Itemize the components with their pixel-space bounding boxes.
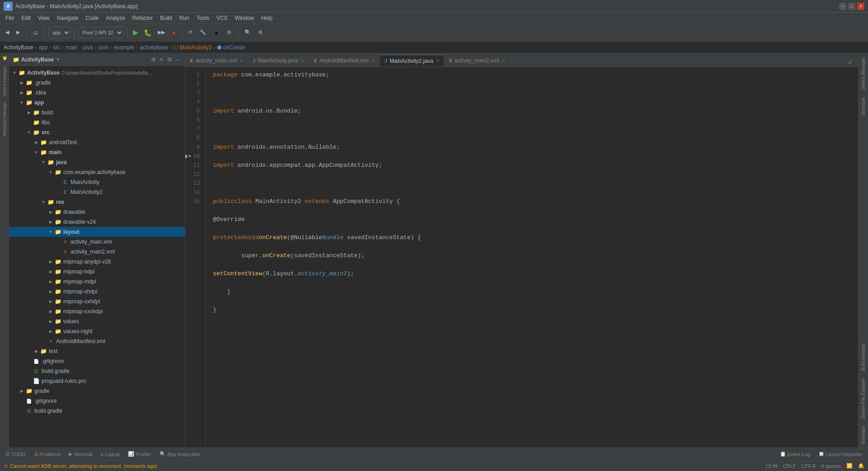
menu-edit[interactable]: Edit: [18, 14, 34, 22]
tree-mainactivity[interactable]: ▶ C MainActivity: [9, 177, 185, 187]
tree-gradle[interactable]: ▶ 📁 .gradle: [9, 78, 185, 88]
tree-androidtest[interactable]: ▶ 📁 androidTest: [9, 137, 185, 147]
menu-build[interactable]: Build: [156, 14, 176, 22]
menu-navigate[interactable]: Navigate: [53, 14, 82, 22]
structure-panel-toggle[interactable]: Structure: [860, 94, 867, 119]
emulator-toggle[interactable]: Emulator: [860, 422, 867, 447]
bc-com[interactable]: com: [98, 44, 108, 51]
sync-button[interactable]: ⟳: [186, 26, 195, 39]
tree-drawable-v24[interactable]: ▶ 📁 drawable-v24: [9, 217, 185, 227]
tree-test[interactable]: ▶ 📁 test: [9, 346, 185, 356]
run-config-select[interactable]: app: [48, 27, 71, 38]
project-structure-button[interactable]: 🗂: [30, 26, 41, 39]
tab-activity-main2-xml[interactable]: X activity_main2.xml ✕: [444, 55, 510, 66]
stop-button[interactable]: ■: [170, 26, 178, 39]
close-button[interactable]: ✕: [857, 3, 864, 10]
tree-mipmap-hdpi[interactable]: ▶ 📁 mipmap-hdpi: [9, 267, 185, 277]
device-manager-panel-toggle[interactable]: Device Manager: [860, 53, 867, 94]
tree-values-night[interactable]: ▶ 📁 values-night: [9, 326, 185, 336]
tab-close-xml2[interactable]: ✕: [502, 58, 505, 63]
indent-setting[interactable]: 4 spaces: [821, 463, 841, 469]
tab-androidmanifest-xml[interactable]: X AndroidManifest.xml ✕: [309, 55, 380, 66]
tree-mipmap-xhdpi[interactable]: ▶ 📁 mipmap-xhdpi: [9, 287, 185, 297]
menu-analyze[interactable]: Analyze: [102, 14, 129, 22]
maximize-button[interactable]: □: [848, 3, 855, 10]
tree-build-gradle-root[interactable]: ▶ G build.gradle: [9, 406, 185, 416]
tree-package[interactable]: ▼ 📁 com.example.activitybase: [9, 167, 185, 177]
app-inspection-button[interactable]: 🔍 App Inspection: [156, 449, 204, 459]
tree-activity-main2-xml[interactable]: ▶ X activity_main2.xml: [9, 247, 185, 257]
menu-tools[interactable]: Tools: [193, 14, 213, 22]
tab-close-java1[interactable]: ✕: [301, 58, 304, 63]
menu-window[interactable]: Window: [231, 14, 258, 22]
tree-gradle-folder[interactable]: ▶ 📁 gradle: [9, 386, 185, 396]
project-tree[interactable]: ▼ 📁 ActivityBase D:\project\AndroidStudi…: [9, 66, 185, 447]
line-ending[interactable]: CRLF: [783, 463, 796, 469]
tree-mipmap-xxhdpi[interactable]: ▶ 📁 mipmap-xxhdpi: [9, 297, 185, 306]
bc-oncreate[interactable]: ⬢ onCreate: [217, 44, 245, 51]
build-variants-toggle[interactable]: Build Variants: [860, 340, 867, 375]
code-editor[interactable]: 1 2 3 4 5 6 7 8 9 ▶ 10 11 12 13 14 15: [185, 67, 858, 447]
bc-example[interactable]: example: [114, 44, 134, 51]
tree-app[interactable]: ▼ 📁 app: [9, 98, 185, 108]
back-button[interactable]: ◀: [3, 26, 12, 39]
debug-button[interactable]: 🐛: [142, 28, 153, 37]
bc-app[interactable]: app: [38, 44, 47, 51]
tree-drawable[interactable]: ▶ 📁 drawable: [9, 207, 185, 217]
bc-activitybase-pkg[interactable]: activitybase: [140, 44, 168, 51]
menu-run[interactable]: Run: [176, 14, 193, 22]
collapse-all-button[interactable]: ≡: [158, 56, 165, 63]
tree-root[interactable]: ▼ 📁 ActivityBase D:\project\AndroidStudi…: [9, 68, 185, 78]
tree-androidmanifest[interactable]: ▶ X AndroidManifest.xml: [9, 336, 185, 346]
tab-mainactivity2-java[interactable]: J MainActivity2.java ✕: [380, 55, 444, 66]
code-content[interactable]: package com.example.activitybase; import…: [206, 67, 858, 447]
tree-activity-main-xml[interactable]: ▶ X activity_main.xml: [9, 237, 185, 247]
gradle-button[interactable]: 🔧: [197, 26, 209, 39]
tree-idea[interactable]: ▶ 📁 .idea: [9, 88, 185, 98]
profiler-button[interactable]: 📊 Profiler: [124, 449, 155, 459]
bc-main[interactable]: main: [66, 44, 77, 51]
notifications-panel-toggle[interactable]: 🔔: [2, 53, 7, 64]
tree-gitignore-root[interactable]: ▶ 📄 .gitignore: [9, 396, 185, 406]
logcat-button[interactable]: ≡ Logcat: [97, 449, 123, 459]
tree-res[interactable]: ▼ 📁 res: [9, 197, 185, 207]
menu-refactor[interactable]: Refactor: [129, 14, 156, 22]
tree-proguard[interactable]: ▶ 📄 proguard-rules.pro: [9, 376, 185, 386]
tree-layout[interactable]: ▼ 📁 layout: [9, 227, 185, 237]
tree-build-folder[interactable]: ▶ 📁 build: [9, 108, 185, 118]
tree-libs[interactable]: ▶ 📁 libs: [9, 118, 185, 127]
tree-mipmap-anydpi[interactable]: ▶ 📁 mipmap-anydpi-v26: [9, 257, 185, 267]
tree-mainactivity2[interactable]: ▶ C MainActivity2: [9, 187, 185, 197]
run-button[interactable]: ▶: [131, 27, 140, 38]
bc-mainactivity2[interactable]: ⬡ MainActivity2: [174, 44, 212, 51]
tab-close-xml1[interactable]: ✕: [240, 58, 243, 63]
bc-src[interactable]: src: [53, 44, 60, 51]
menu-file[interactable]: File: [2, 14, 18, 22]
sdk-button[interactable]: ⚙: [224, 26, 234, 39]
forward-button[interactable]: ▶: [14, 26, 23, 39]
tab-activity-main-xml[interactable]: X activity_main.xml ✕: [185, 55, 248, 66]
todo-button[interactable]: ☰ TODO: [2, 449, 29, 459]
device-file-explorer-toggle[interactable]: Device File Explorer: [860, 375, 867, 422]
menu-view[interactable]: View: [34, 14, 53, 22]
terminal-button[interactable]: ▶ Terminal: [65, 449, 96, 459]
settings-button[interactable]: ⚙: [255, 26, 265, 39]
layout-inspector-button[interactable]: 🔲 Layout Inspector: [815, 449, 866, 459]
bc-activitybase[interactable]: ActivityBase: [4, 44, 33, 51]
menu-code[interactable]: Code: [82, 14, 102, 22]
menu-help[interactable]: Help: [258, 14, 276, 22]
locate-in-tree-button[interactable]: ⊕: [150, 56, 157, 63]
tree-mipmap-mdpi[interactable]: ▶ 📁 mipmap-mdpi: [9, 277, 185, 287]
avd-button[interactable]: 📱: [211, 26, 222, 39]
tree-gitignore-app[interactable]: ▶ 📄 .gitignore: [9, 356, 185, 366]
event-log-button[interactable]: 📋 Event Log: [776, 449, 814, 459]
tab-close-manifest[interactable]: ✕: [371, 58, 375, 63]
tree-main[interactable]: ▼ 📁 main: [9, 147, 185, 157]
bc-java[interactable]: java: [83, 44, 93, 51]
tab-mainactivity-java[interactable]: J MainActivity.java ✕: [248, 55, 309, 66]
tree-src[interactable]: ▼ 📁 src: [9, 127, 185, 137]
charset[interactable]: UTF-8: [802, 463, 816, 469]
menu-vcs[interactable]: VCS: [213, 14, 231, 22]
tree-build-gradle-app[interactable]: ▶ G build.gradle: [9, 366, 185, 376]
resource-manager-toggle[interactable]: Resource Manager: [2, 99, 7, 139]
